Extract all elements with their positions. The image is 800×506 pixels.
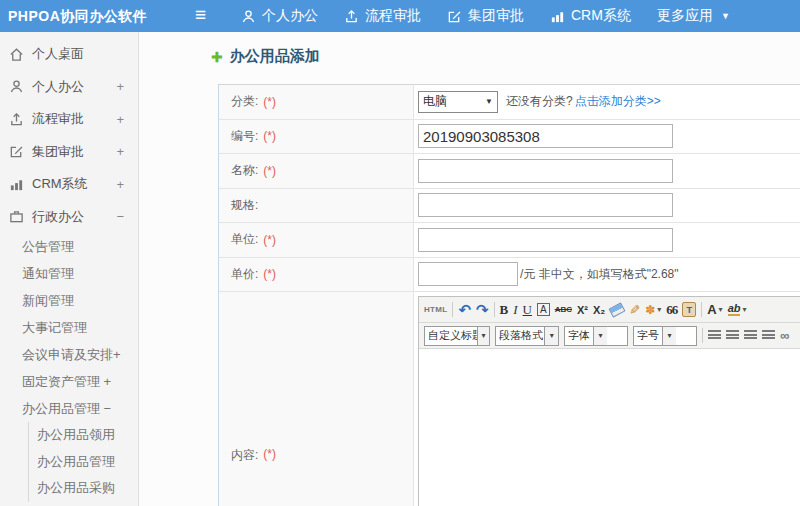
insert-link-button[interactable]: ∞ — [780, 328, 789, 343]
sidebar-item-process-approval[interactable]: 流程审批 + — [0, 103, 138, 136]
strikethrough-button[interactable]: ABC — [555, 305, 572, 314]
form-row-spec: 规格: — [219, 189, 800, 224]
toolbar-separator — [702, 328, 703, 343]
heading-style-select[interactable]: 自定义标题 ▾ — [424, 326, 490, 346]
align-left-button[interactable] — [708, 330, 721, 341]
label-text: 单位: — [231, 231, 258, 248]
undo-button[interactable]: ↶ — [458, 302, 471, 317]
nav-label: CRM系统 — [571, 7, 631, 25]
sidebar-item-label: 个人办公 — [32, 78, 84, 96]
sidebar-item-office-supplies-mgmt[interactable]: 办公用品管理 − — [0, 395, 138, 422]
select-caret-icon: ▾ — [593, 327, 607, 345]
sidebar-item-notice-mgmt[interactable]: 通知管理 — [0, 260, 138, 287]
sidebar-item-meeting-mgmt[interactable]: 会议申请及安排+ — [0, 341, 138, 368]
underline-button[interactable]: U — [523, 302, 532, 318]
add-category-link[interactable]: 点击添加分类>> — [575, 93, 661, 110]
nav-process-approval[interactable]: 流程审批 — [344, 7, 421, 25]
nav-more-apps[interactable]: 更多应用 ▼ — [657, 7, 730, 25]
superscript-button[interactable]: X² — [577, 304, 588, 316]
number-input[interactable] — [418, 124, 673, 148]
edit-square-icon — [447, 9, 462, 24]
nav-label: 个人办公 — [262, 7, 318, 25]
sidebar-item-personal-desktop[interactable]: 个人桌面 — [0, 38, 138, 71]
sidebar-item-events-mgmt[interactable]: 大事记管理 — [0, 314, 138, 341]
sidebar-item-label: CRM系统 — [32, 175, 88, 193]
italic-button[interactable]: I — [513, 302, 517, 318]
collapse-toggle[interactable]: − — [116, 209, 124, 224]
sidebar-item-label: 集团审批 — [32, 143, 84, 161]
font-size-select[interactable]: 字号 ▾ — [633, 326, 697, 346]
sidebar-item-supplies-purchase[interactable]: 办公用品采购 — [29, 475, 138, 502]
sidebar-item-announcement-mgmt[interactable]: 公告管理 — [0, 233, 138, 260]
select-caret-icon: ▾ — [662, 327, 676, 345]
bold-button[interactable]: B — [500, 302, 509, 318]
spec-label: 规格: — [219, 189, 414, 223]
subscript-button[interactable]: X₂ — [593, 304, 605, 316]
top-nav: 个人办公 流程审批 集团审批 CRM系统 更多应用 ▼ — [241, 0, 730, 32]
add-plus-icon: ✚ — [211, 49, 223, 65]
format-painter-button[interactable]: ✎ — [627, 304, 642, 315]
price-value-cell: /元 非中文，如填写格式"2.68" — [414, 258, 800, 292]
price-input[interactable] — [418, 262, 518, 286]
category-select[interactable]: 电脑 ▼ — [418, 91, 498, 113]
content-label: 内容: (*) — [219, 292, 414, 506]
expand-toggle[interactable]: + — [116, 112, 124, 127]
sidebar-item-group-approval[interactable]: 集团审批 + — [0, 136, 138, 169]
toolbar-separator — [452, 302, 453, 317]
name-value-cell — [414, 154, 800, 188]
align-center-button[interactable] — [726, 330, 739, 341]
spec-input[interactable] — [418, 193, 673, 217]
paragraph-format-select[interactable]: 段落格式 ▾ — [495, 326, 559, 346]
toolbar-separator — [494, 302, 495, 317]
font-family-select[interactable]: 字体 ▾ — [564, 326, 628, 346]
hamburger-menu-icon[interactable]: ≡ — [195, 0, 206, 30]
justify-button[interactable] — [762, 330, 775, 341]
sidebar-item-personal-office[interactable]: 个人办公 + — [0, 71, 138, 104]
form-row-category: 分类: (*) 电脑 ▼ 还没有分类? 点击添加分类>> — [219, 85, 800, 120]
blockquote-button[interactable]: 66 — [666, 302, 677, 318]
nav-crm-system[interactable]: CRM系统 — [550, 7, 631, 25]
sidebar-item-supplies-manage[interactable]: 办公用品管理 — [29, 449, 138, 476]
remove-format-button[interactable]: A — [537, 303, 550, 316]
nav-label: 流程审批 — [365, 7, 421, 25]
expand-toggle[interactable]: + — [116, 79, 124, 94]
redo-button[interactable]: ↷ — [476, 302, 489, 317]
sidebar-item-admin-office[interactable]: 行政办公 − — [0, 201, 138, 234]
required-mark: (*) — [263, 95, 276, 109]
required-mark: (*) — [263, 447, 276, 461]
font-family-value: 字体 — [565, 327, 593, 345]
editor-content-area[interactable] — [419, 349, 800, 506]
sidebar-item-supplies-claim[interactable]: 办公用品领用 — [29, 422, 138, 449]
name-input[interactable] — [418, 159, 673, 183]
sidebar-item-news-mgmt[interactable]: 新闻管理 — [0, 287, 138, 314]
expand-toggle[interactable]: + — [116, 144, 124, 159]
sidebar-item-label: 流程审批 — [32, 110, 84, 128]
highlight-color-button[interactable]: ab▾ — [728, 303, 747, 316]
category-selected-value: 电脑 — [419, 93, 485, 110]
sidebar-item-fixed-assets-mgmt[interactable]: 固定资产管理 + — [0, 368, 138, 395]
label-text: 分类: — [231, 93, 258, 110]
align-right-icon — [744, 330, 757, 341]
nav-group-approval[interactable]: 集团审批 — [447, 7, 524, 25]
user-icon — [9, 79, 24, 94]
source-code-button[interactable]: HTML — [424, 305, 447, 314]
font-color-button[interactable]: A▾ — [707, 302, 722, 317]
category-label: 分类: (*) — [219, 85, 414, 119]
app-window: PHPOA协同办公软件 ≡ 个人办公 流程审批 集团审批 CRM系统 更多应用 … — [0, 0, 800, 506]
form-row-price: 单价: (*) /元 非中文，如填写格式"2.68" — [219, 258, 800, 293]
required-mark: (*) — [263, 129, 276, 143]
content-value-cell: HTML ↶ ↷ B I U A ABC X² X₂ ✎ — [414, 292, 800, 506]
paste-as-text-button[interactable]: T — [682, 302, 696, 317]
sidebar-item-label: 个人桌面 — [32, 45, 84, 63]
sidebar-item-crm-system[interactable]: CRM系统 + — [0, 168, 138, 201]
nav-label: 更多应用 — [657, 7, 713, 25]
align-right-button[interactable] — [744, 330, 757, 341]
required-mark: (*) — [263, 267, 276, 281]
expand-toggle[interactable]: + — [116, 177, 124, 192]
quick-format-button[interactable]: ✽▾ — [645, 303, 661, 317]
unit-input[interactable] — [418, 228, 673, 252]
nav-personal-office[interactable]: 个人办公 — [241, 7, 318, 25]
eraser-button[interactable] — [610, 305, 624, 315]
user-icon — [241, 9, 256, 24]
top-bar: PHPOA协同办公软件 ≡ 个人办公 流程审批 集团审批 CRM系统 更多应用 … — [0, 0, 800, 32]
